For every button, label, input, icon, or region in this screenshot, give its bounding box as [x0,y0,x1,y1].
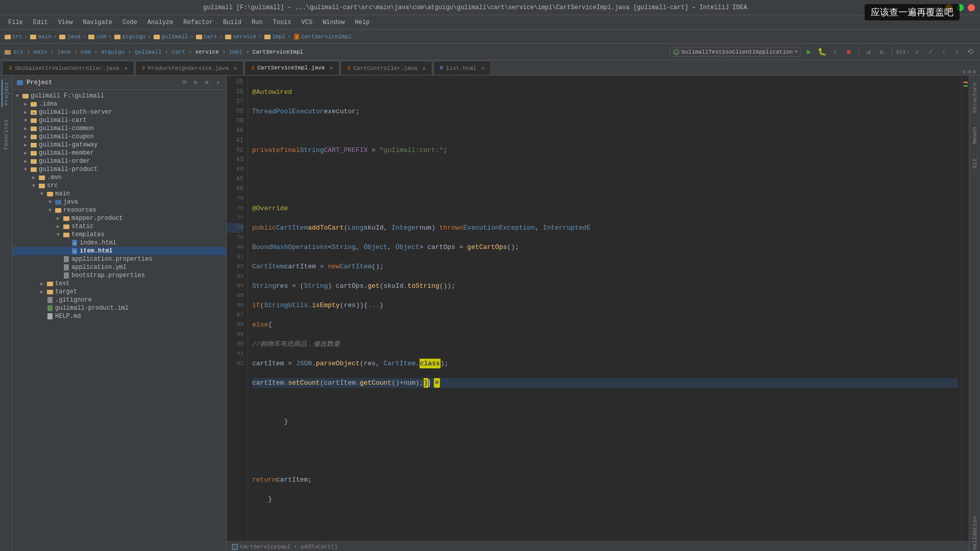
menu-help[interactable]: Help [351,18,374,27]
bc-atguigu2[interactable]: atguigu [101,49,125,55]
bc-main[interactable]: main [38,34,51,40]
bc-com2[interactable]: com [81,49,91,55]
bc-src2[interactable]: src [13,49,23,55]
project-collapse-btn[interactable]: ⊟ [191,79,200,87]
git-checkmark[interactable]: ✓ [912,46,923,58]
tree-index-html[interactable]: ▶ H index.html [12,239,226,247]
menu-analyze[interactable]: Analyze [143,18,177,27]
undo-button[interactable]: ↺ [863,46,874,58]
tree-static[interactable]: ▶ static [12,222,226,231]
menu-build[interactable]: Build [219,18,246,27]
split-editor-btn[interactable]: ⊟ [968,69,971,75]
run-button[interactable]: ▶ [803,46,815,58]
bc-java2[interactable]: java [57,49,70,55]
tree-coupon[interactable]: ▶ gulimall-coupon [12,133,226,141]
git-btn5[interactable]: ⟲ [965,46,976,58]
tree-templates[interactable]: ▼ templates [12,231,226,239]
code-area[interactable]: 35 36 37 38 39 40 41 42 43 44 45 46 75 7… [227,76,969,541]
tree-java[interactable]: ▼ java [12,198,226,206]
tab-close-3[interactable]: ✕ [330,65,333,71]
git-btn3[interactable]: ↓ [938,46,949,58]
bc-java[interactable]: java [67,34,80,40]
tree-item-html[interactable]: ▶ H item.html [12,247,226,255]
vtab-favorites[interactable]: Favorites [2,117,10,152]
tree-help-md[interactable]: ▶ HELP.md [12,312,226,320]
run-coverage-button[interactable]: ⚡ [830,46,841,58]
window-controls[interactable] [945,4,975,11]
tree-root[interactable]: ▼ gulimall F:\gulimall [12,92,226,100]
tree-product[interactable]: ▼ gulimall-product [12,165,226,173]
tab-productfeignservice[interactable]: J ProductFeignService.java ✕ [135,61,243,75]
menu-navigate[interactable]: Navigate [79,18,116,27]
menu-view[interactable]: View [54,18,77,27]
win-maximize[interactable] [957,4,964,11]
stop-button[interactable]: ■ [843,46,854,58]
tree-bootstrap-prop[interactable]: ▶ bootstrap.properties [12,271,226,280]
tree-gitignore[interactable]: ▶ .gitignore [12,296,226,304]
tab-close-4[interactable]: ✕ [423,65,426,71]
tab-close-5[interactable]: ✕ [481,65,484,71]
menu-file[interactable]: File [4,18,27,27]
vtab-project[interactable]: Project [2,80,11,107]
tree-product-iml[interactable]: ▶ gulimall-product.iml [12,304,226,312]
tab-skusaleattrvaluecontroller[interactable]: J SkuSaleAttrValueController.java ✕ [2,61,134,75]
redo-button[interactable]: ↻ [876,46,888,58]
menu-vcs[interactable]: VCS [298,18,317,27]
project-settings-btn[interactable]: ⚙ [203,79,211,87]
project-close-btn[interactable]: ✕ [214,79,222,87]
tree-app-yml[interactable]: ▶ application.yml [12,263,226,271]
tab-settings-btn[interactable]: ⚙ [973,69,976,75]
tree-test[interactable]: ▶ test [12,280,226,288]
tree-resources[interactable]: ▼ resources [12,206,226,214]
bc-com[interactable]: com [96,34,106,40]
tab-close-2[interactable]: ✕ [234,65,237,71]
right-tab-maven[interactable]: Maven [971,125,979,146]
menu-run[interactable]: Run [248,18,267,27]
bc-cartserviceimpl[interactable]: CartServiceImpl [301,34,352,40]
menu-window[interactable]: Window [318,18,349,27]
tree-cart[interactable]: ▼ gulimall-cart [12,116,226,124]
bc-service[interactable]: service [233,34,256,40]
bc-gulimall2[interactable]: gulimall [135,49,162,55]
tree-main[interactable]: ▼ main [12,190,226,198]
tree-member[interactable]: ▶ gulimall-member [12,149,226,157]
tab-listhtml[interactable]: H list.html ✕ [433,61,491,75]
tab-cartserviceimpl[interactable]: J CartServiceImpl.java ✕ [244,61,339,75]
menu-refactor[interactable]: Refactor [179,18,217,27]
right-tab-git[interactable]: Git [971,156,979,170]
bc-gulimall[interactable]: gulimall [161,34,188,40]
right-tab-structure[interactable]: Structure [971,81,979,115]
tree-mvn[interactable]: ▶ .mvn [12,173,226,182]
tree-app-prop[interactable]: ▶ application.properties [12,255,226,263]
run-config-dropdown[interactable]: S GulimallTestSsoClient2Application ▼ [670,47,801,57]
debug-button[interactable]: 🐛 [817,46,828,58]
right-tab-validation[interactable]: Validation [971,514,979,551]
bc-impl2[interactable]: impl [229,49,242,55]
bc-cart[interactable]: cart [204,34,217,40]
tree-src[interactable]: ▼ src [12,182,226,190]
menu-tools[interactable]: Tools [269,18,296,27]
git-btn4[interactable]: ↑ [951,46,963,58]
bc-main2[interactable]: main [34,49,47,55]
tree-target[interactable]: ▶ target [12,288,226,296]
recent-files-btn[interactable]: ≡ [963,69,966,75]
menu-edit[interactable]: Edit [29,18,52,27]
tab-cartcontroller[interactable]: J CartController.java ✕ [340,61,432,75]
git-check2[interactable]: ✓ [925,46,936,58]
tree-auth-server[interactable]: ▶ m gulimall-auth-server [12,108,226,116]
win-minimize[interactable] [945,4,952,11]
tree-gateway[interactable]: ▶ gulimall-gateway [12,141,226,149]
bc-src[interactable]: src [12,34,22,40]
menu-code[interactable]: Code [118,18,141,27]
tree-idea[interactable]: ▶ .idea [12,100,226,108]
tree-mapper-product[interactable]: ▶ mapper.product [12,214,226,222]
win-close[interactable] [968,4,975,11]
tree-common[interactable]: ▶ gulimall-common [12,124,226,133]
project-sync-btn[interactable]: ⟳ [180,79,188,87]
tree-order[interactable]: ▶ gulimall-order [12,157,226,165]
bc-impl[interactable]: impl [272,34,285,40]
code-content[interactable]: @Autowired ThreadPoolExecutor executor; … [248,76,962,541]
bc-cart2[interactable]: cart [172,49,185,55]
tab-close-1[interactable]: ✕ [125,65,128,71]
bc-atguigu[interactable]: atguigu [122,34,145,40]
